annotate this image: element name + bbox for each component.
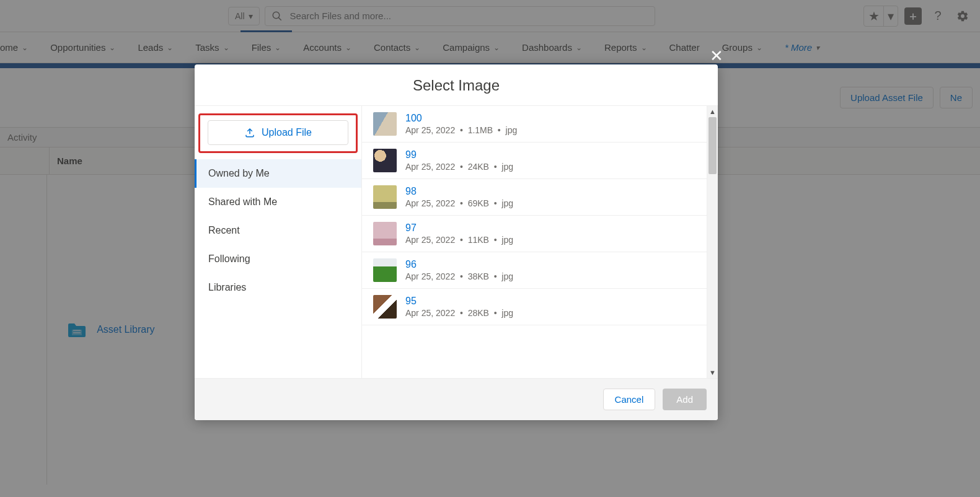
modal-footer: Cancel Add [195, 378, 718, 420]
file-row[interactable]: 95Apr 25, 2022 • 28KB • jpg [362, 289, 707, 325]
add-button[interactable]: Add [663, 389, 707, 410]
scroll-thumb[interactable] [709, 117, 717, 174]
sidebar-item-label: Owned by Me [208, 168, 270, 178]
file-meta: Apr 25, 2022 • 69KB • jpg [405, 198, 513, 208]
file-name-link[interactable]: 100 [405, 113, 517, 124]
file-name-link[interactable]: 98 [405, 186, 513, 197]
file-thumbnail [373, 112, 397, 136]
scroll-down-icon[interactable]: ▼ [707, 367, 718, 378]
sidebar-item-following[interactable]: Following [195, 245, 361, 273]
file-meta: Apr 25, 2022 • 28KB • jpg [405, 308, 513, 318]
file-info: 98Apr 25, 2022 • 69KB • jpg [405, 186, 513, 208]
file-info: 99Apr 25, 2022 • 24KB • jpg [405, 149, 513, 172]
file-row[interactable]: 96Apr 25, 2022 • 38KB • jpg [362, 252, 707, 289]
modal-title: Select Image [195, 64, 718, 106]
file-meta: Apr 25, 2022 • 11KB • jpg [405, 235, 513, 245]
file-info: 95Apr 25, 2022 • 28KB • jpg [405, 296, 513, 318]
scrollbar[interactable]: ▲ ▼ [707, 106, 718, 378]
file-thumbnail [373, 222, 397, 245]
sidebar-item-label: Libraries [208, 282, 246, 292]
file-thumbnail [373, 258, 397, 282]
sidebar-item-label: Following [208, 253, 250, 264]
file-name-link[interactable]: 95 [405, 296, 513, 307]
file-row[interactable]: 97Apr 25, 2022 • 11KB • jpg [362, 216, 707, 252]
file-meta: Apr 25, 2022 • 1.1MB • jpg [405, 125, 517, 135]
sidebar-item-label: Shared with Me [208, 196, 277, 207]
sidebar-item-shared-with-me[interactable]: Shared with Me [195, 188, 361, 216]
file-row[interactable]: 99Apr 25, 2022 • 24KB • jpg [362, 143, 707, 179]
sidebar-item-owned-by-me[interactable]: Owned by Me [195, 159, 361, 188]
modal-main: 100Apr 25, 2022 • 1.1MB • jpg99Apr 25, 2… [362, 106, 718, 378]
file-row[interactable]: 100Apr 25, 2022 • 1.1MB • jpg [362, 106, 707, 143]
upload-file-label: Upload File [262, 127, 312, 138]
file-thumbnail [373, 295, 397, 319]
cancel-button[interactable]: Cancel [603, 389, 656, 410]
sidebar-item-libraries[interactable]: Libraries [195, 273, 361, 302]
file-name-link[interactable]: 99 [405, 149, 513, 161]
file-list: 100Apr 25, 2022 • 1.1MB • jpg99Apr 25, 2… [362, 106, 707, 378]
upload-highlight-box: Upload File [198, 113, 358, 153]
file-row[interactable]: 98Apr 25, 2022 • 69KB • jpg [362, 179, 707, 216]
file-thumbnail [373, 185, 397, 209]
upload-icon [244, 127, 255, 138]
select-image-modal: Select Image Upload File Owned by Me Sha… [195, 64, 718, 420]
file-name-link[interactable]: 96 [405, 259, 513, 270]
file-meta: Apr 25, 2022 • 38KB • jpg [405, 271, 513, 281]
upload-file-button[interactable]: Upload File [208, 120, 348, 145]
scroll-up-icon[interactable]: ▲ [707, 106, 718, 117]
modal-sidebar: Upload File Owned by Me Shared with Me R… [195, 106, 362, 378]
file-info: 96Apr 25, 2022 • 38KB • jpg [405, 259, 513, 281]
file-info: 100Apr 25, 2022 • 1.1MB • jpg [405, 113, 517, 135]
sidebar-item-recent[interactable]: Recent [195, 216, 361, 245]
sidebar-item-label: Recent [208, 225, 240, 235]
file-info: 97Apr 25, 2022 • 11KB • jpg [405, 222, 513, 245]
modal-body: Upload File Owned by Me Shared with Me R… [195, 106, 718, 378]
file-name-link[interactable]: 97 [405, 222, 513, 234]
file-thumbnail [373, 149, 397, 172]
close-icon[interactable]: ✕ [707, 46, 726, 66]
file-meta: Apr 25, 2022 • 24KB • jpg [405, 162, 513, 172]
